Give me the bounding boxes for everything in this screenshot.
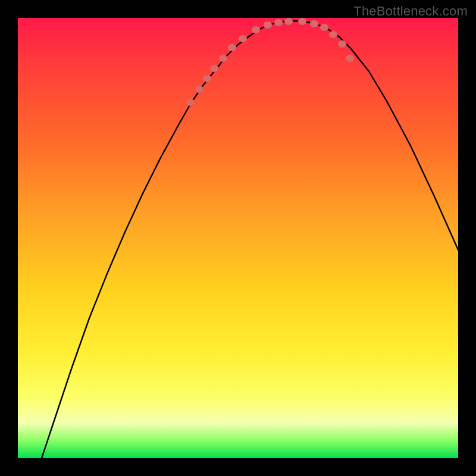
plot-area (18, 18, 458, 458)
highlight-marker (219, 55, 227, 62)
highlight-marker (210, 65, 218, 72)
curve-svg (18, 18, 458, 458)
highlight-marker (338, 40, 346, 48)
highlight-marker (264, 21, 272, 29)
highlight-marker (298, 18, 306, 25)
highlight-marker (346, 55, 354, 62)
highlight-marker (329, 31, 337, 38)
bottleneck-curve (42, 21, 458, 458)
chart-frame: TheBottleneck.com (0, 0, 476, 476)
highlight-markers (186, 18, 354, 106)
highlight-marker (186, 99, 195, 106)
highlight-marker (274, 19, 283, 26)
highlight-marker (284, 18, 293, 25)
highlight-marker (195, 86, 203, 93)
watermark-text: TheBottleneck.com (353, 4, 468, 19)
highlight-marker (228, 44, 236, 51)
highlight-marker (203, 75, 211, 82)
highlight-marker (310, 20, 318, 27)
highlight-marker (320, 24, 328, 31)
highlight-marker (252, 26, 260, 33)
highlight-marker (239, 35, 247, 42)
